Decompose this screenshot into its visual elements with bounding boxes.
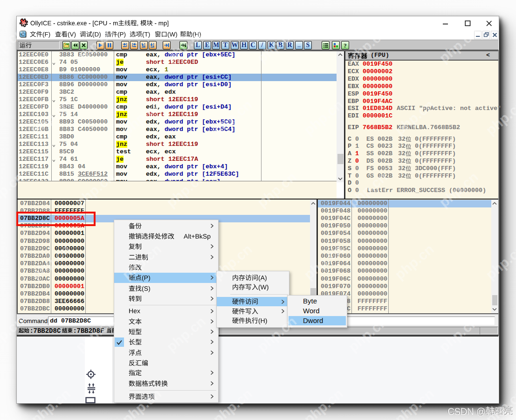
svg-text:C: C — [21, 32, 25, 37]
svg-text:H: H — [241, 41, 247, 48]
svg-text:M: M — [213, 41, 219, 48]
svg-text:...: ... — [297, 43, 301, 48]
svg-text:T: T — [223, 41, 228, 48]
svg-text:/: / — [261, 41, 263, 48]
svg-text:W: W — [231, 41, 238, 48]
svg-text:L: L — [196, 41, 200, 48]
svg-text:C: C — [251, 41, 255, 48]
svg-text:R: R — [287, 41, 292, 48]
svg-text:S: S — [306, 41, 310, 48]
svg-text:K: K — [269, 41, 274, 48]
svg-text:?: ? — [344, 42, 347, 49]
svg-text:E: E — [205, 41, 209, 48]
svg-text:B: B — [278, 41, 282, 48]
